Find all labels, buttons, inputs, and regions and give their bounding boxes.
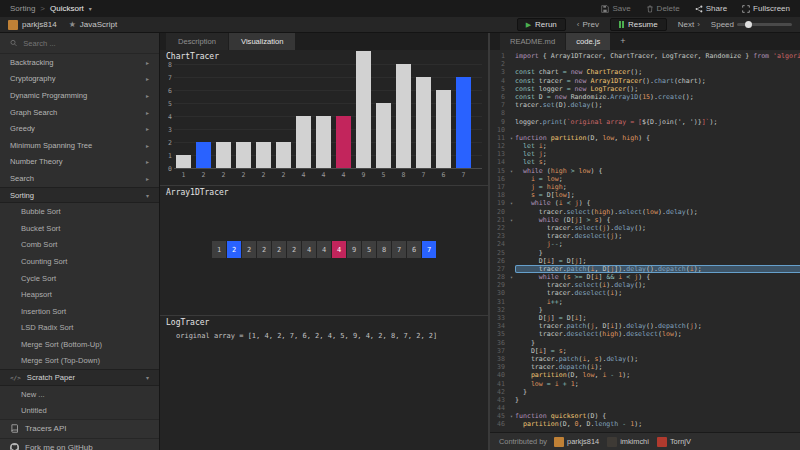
chart-x-tick: 8 [396, 171, 411, 179]
code-text: } [515, 396, 800, 404]
code-line-8: 8 [490, 109, 800, 117]
delete-button[interactable]: Delete [646, 4, 680, 13]
line-number: 42 [490, 388, 508, 396]
chevron-down-icon: ▾ [146, 374, 149, 381]
line-number: 7 [490, 101, 508, 109]
share-button[interactable]: Share [695, 4, 727, 13]
array-cell-11: 8 [377, 241, 391, 258]
code-line-13: 13 let j; [490, 150, 800, 158]
code-line-5: 5const logger = new LogTracer(); [490, 85, 800, 93]
slider-knob[interactable] [745, 21, 752, 28]
sidebar-item-backtracking[interactable]: Backtracking▸ [0, 54, 159, 71]
save-button[interactable]: Save [601, 4, 630, 13]
line-number: 30 [490, 289, 508, 297]
chart-bar-1: 2 [196, 142, 211, 168]
tab-code-js[interactable]: code.js [566, 33, 610, 50]
line-number: 22 [490, 224, 508, 232]
sidebar-item-bubble-sort[interactable]: Bubble Sort [0, 203, 159, 220]
line-number: 14 [490, 158, 508, 166]
sidebar-item-insertion-sort[interactable]: Insertion Sort [0, 303, 159, 320]
line-number: 19 [490, 199, 508, 207]
fullscreen-button[interactable]: Fullscreen [742, 4, 790, 13]
code-line-32: 32 } [490, 306, 800, 314]
line-number: 28 [490, 273, 508, 281]
code-line-7: 7tracer.set(D).delay(); [490, 101, 800, 109]
chevron-down-icon[interactable]: ▾ [89, 5, 92, 12]
contributor-avatar [554, 437, 564, 447]
log-tracer-section: LogTracer original array = [1, 4, 2, 7, … [160, 316, 488, 450]
prev-button[interactable]: ‹ Prev [577, 20, 599, 29]
line-number: 45 [490, 412, 508, 420]
sidebar-item-graph-search[interactable]: Graph Search▸ [0, 104, 159, 121]
tab-description[interactable]: Description [166, 33, 228, 50]
chart-bar-2: 2 [216, 142, 231, 168]
chart-bar-4: 2 [256, 142, 271, 168]
bar-rect [236, 142, 251, 168]
sidebar-item-scratch-paper[interactable]: </> Scratch Paper ▾ [0, 369, 159, 386]
bar-rect [456, 77, 471, 168]
line-number: 25 [490, 249, 508, 257]
user-name: parkjs814 [22, 20, 57, 29]
category-list: Backtracking▸Cryptography▸Dynamic Progra… [0, 54, 159, 450]
code-text: while (s >= D[i] && i < j) { [515, 273, 800, 281]
code-text: tracer.deselect(high).deselect(low); [515, 330, 800, 338]
chevron-right-icon: ▸ [146, 142, 149, 149]
sidebar-item-new[interactable]: New ... [0, 386, 159, 403]
sidebar-item-search[interactable]: Search▸ [0, 170, 159, 187]
language-chip[interactable]: ★ JavaScript [69, 20, 118, 29]
sidebar-item-cycle-sort[interactable]: Cycle Sort [0, 270, 159, 287]
tab-visualization[interactable]: Visualization [229, 33, 296, 50]
rerun-button[interactable]: ▶ Rerun [517, 18, 566, 31]
contributor-tornjv[interactable]: TornjV [657, 437, 691, 447]
sidebar-item-minimum-spanning-tree[interactable]: Minimum Spanning Tree▸ [0, 137, 159, 154]
sidebar-item-merge-sort-top-down[interactable]: Merge Sort (Top-Down) [0, 353, 159, 370]
code-line-38: 38 tracer.patch(i, s).delay(); [490, 355, 800, 363]
next-button[interactable]: Next › [678, 20, 700, 29]
fullscreen-icon [742, 5, 750, 13]
bar-rect [416, 77, 431, 168]
sidebar-item-tracers-api[interactable]: Tracers API [0, 419, 159, 438]
sidebar-item-untitled[interactable]: Untitled [0, 402, 159, 419]
new-file-button[interactable]: + [611, 33, 634, 50]
sidebar-item-label: Backtracking [10, 58, 53, 67]
chevron-right-icon: ▸ [146, 75, 149, 82]
sidebar-item-heapsort[interactable]: Heapsort [0, 286, 159, 303]
bar-rect [436, 90, 451, 168]
contributor-parkjs814[interactable]: parkjs814 [554, 437, 599, 447]
sidebar-item-merge-sort-bottom-up[interactable]: Merge Sort (Bottom-Up) [0, 336, 159, 353]
user-chip[interactable]: parkjs814 [8, 20, 57, 30]
sidebar-item-counting-sort[interactable]: Counting Sort [0, 253, 159, 270]
code-text: tracer.deselect(j); [515, 232, 800, 240]
line-number: 1 [490, 52, 508, 60]
line-number: 33 [490, 314, 508, 322]
code-line-40: 40 partition(D, low, i - 1); [490, 371, 800, 379]
sidebar-item-number-theory[interactable]: Number Theory▸ [0, 154, 159, 171]
search-input[interactable] [23, 39, 149, 48]
code-text: s = D[low]; [515, 191, 800, 199]
code-editor[interactable]: 1import { Array1DTracer, ChartTracer, Lo… [490, 50, 800, 432]
breadcrumb-category[interactable]: Sorting [10, 4, 35, 13]
contributor-imkimchi[interactable]: imkimchi [607, 437, 649, 447]
tab-readme[interactable]: README.md [500, 33, 565, 50]
sidebar-item-lsd-radix-sort[interactable]: LSD Radix Sort [0, 320, 159, 337]
code-line-16: 16 i = low; [490, 175, 800, 183]
sidebar-item-greedy[interactable]: Greedy▸ [0, 120, 159, 137]
sidebar-item-comb-sort[interactable]: Comb Sort [0, 237, 159, 254]
sidebar-item-label: Dynamic Programming [10, 91, 87, 100]
code-text: D[i] = D[j]; [515, 257, 800, 265]
chart-y-tick: 8 [162, 61, 172, 69]
sidebar-item-label: Sorting [10, 191, 34, 200]
code-text: while (high > low) { [515, 167, 800, 175]
line-number: 44 [490, 404, 508, 412]
sidebar-item-fork-github[interactable]: Fork me on GitHub [0, 438, 159, 450]
resume-button[interactable]: Resume [610, 18, 667, 31]
speed-slider[interactable] [737, 23, 792, 26]
code-line-18: 18 s = D[low]; [490, 191, 800, 199]
breadcrumb-current-page[interactable]: Quicksort [50, 4, 84, 13]
sidebar-item-bucket-sort[interactable]: Bucket Sort [0, 220, 159, 237]
sidebar-item-cryptography[interactable]: Cryptography▸ [0, 71, 159, 88]
chart-x-tick: 4 [336, 171, 351, 179]
line-number: 27 [490, 265, 508, 273]
sidebar-item-sorting[interactable]: Sorting ▾ [0, 187, 159, 204]
sidebar-item-dynamic-programming[interactable]: Dynamic Programming▸ [0, 87, 159, 104]
